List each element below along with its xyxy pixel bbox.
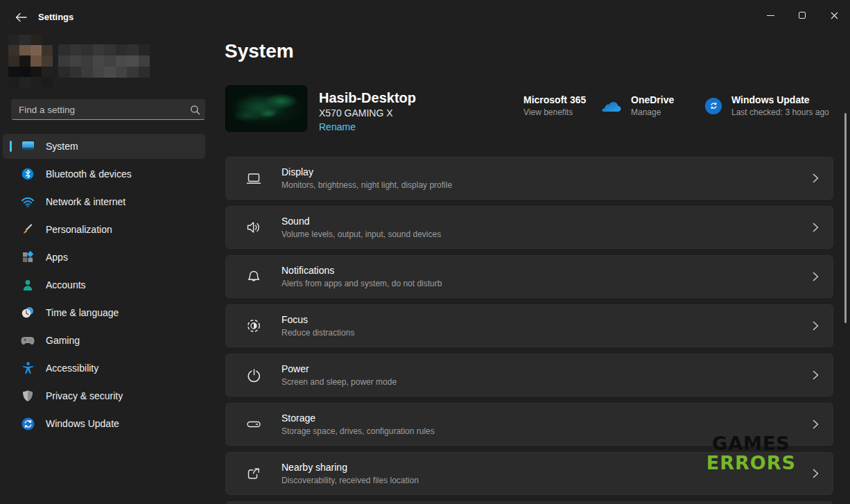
row-focus[interactable]: Focus Reduce distractions (225, 304, 833, 347)
sidebar-item-label: Time & language (46, 307, 119, 318)
close-icon (831, 12, 838, 19)
sidebar-item-system[interactable]: System (3, 134, 205, 159)
onedrive-card[interactable]: OneDrive Manage (602, 94, 674, 117)
row-subtitle: Volume levels, output, input, sound devi… (281, 229, 441, 239)
focus-icon (245, 318, 262, 334)
gamepad-icon (21, 333, 35, 347)
row-title: Focus (281, 314, 354, 325)
chevron-right-icon (813, 173, 819, 183)
accessibility-person-icon (21, 361, 35, 375)
sidebar-item-apps[interactable]: Apps (3, 245, 205, 270)
sound-icon (245, 219, 262, 236)
apps-icon (21, 250, 35, 264)
sidebar-item-label: Personalization (46, 224, 112, 235)
microsoft-logo-icon (501, 99, 514, 112)
settings-window: Settings (0, 0, 850, 504)
sidebar-item-accounts[interactable]: Accounts (3, 272, 205, 297)
row-partial-next[interactable] (225, 501, 833, 504)
device-name: Hasib-Desktop (319, 90, 416, 106)
row-title: Nearby sharing (281, 462, 419, 473)
chevron-right-icon (813, 469, 819, 478)
sidebar-item-label: Apps (46, 252, 68, 263)
system-icon (21, 139, 35, 153)
search-icon[interactable] (185, 105, 205, 115)
row-subtitle: Monitors, brightness, night light, displ… (281, 180, 452, 190)
search-box[interactable] (11, 99, 205, 120)
sidebar-item-label: Gaming (46, 335, 80, 346)
row-title: Sound (281, 216, 441, 227)
sidebar-item-label: Windows Update (46, 418, 119, 429)
row-title: Storage (281, 412, 435, 424)
microsoft-365-card[interactable]: Microsoft 365 View benefits (501, 94, 586, 117)
power-icon (245, 367, 262, 383)
row-sound[interactable]: Sound Volume levels, output, input, soun… (225, 206, 833, 249)
sidebar-item-privacy-security[interactable]: Privacy & security (3, 383, 205, 408)
sidebar-item-personalization[interactable]: Personalization (3, 217, 205, 242)
bell-icon (245, 268, 262, 285)
scrollbar[interactable] (844, 113, 847, 323)
card-subtitle: Last checked: 3 hours ago (731, 107, 829, 117)
sidebar-nav: System Bluetooth & devices (3, 134, 205, 439)
sidebar-item-label: Privacy & security (46, 390, 123, 401)
device-model: X570 GAMING X (319, 107, 393, 119)
sidebar-item-network-internet[interactable]: Network & internet (3, 189, 205, 214)
sidebar-item-label: Network & internet (46, 196, 125, 207)
sidebar-item-time-language[interactable]: Time & language (3, 300, 205, 325)
nearby-sharing-icon (245, 465, 262, 482)
card-title: Microsoft 365 (523, 94, 586, 105)
chevron-right-icon (813, 419, 819, 429)
app-title: Settings (38, 12, 73, 22)
row-subtitle: Alerts from apps and system, do not dist… (281, 279, 442, 288)
sidebar-item-gaming[interactable]: Gaming (3, 328, 205, 353)
storage-drive-icon (245, 416, 262, 433)
windows-update-icon (21, 417, 35, 431)
row-subtitle: Storage space, drives, configuration rul… (281, 426, 435, 436)
close-button[interactable] (818, 0, 850, 31)
device-wallpaper-thumbnail (225, 85, 307, 132)
user-avatar[interactable] (8, 35, 53, 87)
back-arrow-icon (15, 12, 27, 22)
sidebar-item-label: Bluetooth & devices (46, 168, 132, 180)
paintbrush-icon (21, 223, 35, 236)
sidebar-item-windows-update[interactable]: Windows Update (3, 411, 205, 436)
card-subtitle: View benefits (523, 107, 586, 117)
windows-update-card[interactable]: Windows Update Last checked: 3 hours ago (705, 94, 829, 117)
watermark-line1: GAMES (706, 434, 796, 453)
titlebar: Settings (0, 0, 850, 33)
sidebar-item-label: Accessibility (46, 363, 98, 374)
rename-link[interactable]: Rename (319, 121, 356, 132)
row-title: Power (281, 363, 397, 374)
sidebar-item-accessibility[interactable]: Accessibility (3, 356, 205, 381)
row-subtitle: Screen and sleep, power mode (281, 377, 397, 387)
clock-icon (21, 306, 35, 320)
watermark-line2: ERRORS (706, 453, 796, 473)
minimize-icon (767, 15, 774, 16)
search-input[interactable] (12, 105, 185, 115)
page-title: System (225, 40, 294, 62)
accounts-icon (21, 278, 35, 292)
row-display[interactable]: Display Monitors, brightness, night ligh… (225, 157, 833, 200)
card-subtitle: Manage (631, 107, 674, 117)
row-power[interactable]: Power Screen and sleep, power mode (225, 354, 833, 397)
bluetooth-icon (21, 167, 35, 181)
sidebar-item-label: System (46, 141, 78, 152)
maximize-button[interactable] (786, 0, 818, 31)
sidebar: System Bluetooth & devices (0, 33, 216, 504)
chevron-right-icon (813, 321, 819, 331)
sidebar-item-label: Accounts (46, 279, 86, 290)
sidebar-item-bluetooth-devices[interactable]: Bluetooth & devices (3, 162, 205, 186)
windows-update-status-icon (705, 98, 722, 114)
onedrive-cloud-icon (602, 100, 621, 112)
row-subtitle: Discoverability, received files location (281, 476, 419, 485)
display-icon (245, 170, 262, 186)
minimize-button[interactable] (754, 0, 786, 31)
wifi-icon (21, 195, 35, 209)
user-name-redacted (58, 44, 150, 78)
back-button[interactable] (10, 9, 32, 26)
shield-icon (21, 389, 35, 403)
card-title: Windows Update (731, 94, 829, 105)
row-notifications[interactable]: Notifications Alerts from apps and syste… (225, 255, 833, 298)
row-title: Notifications (281, 265, 442, 276)
chevron-right-icon (813, 272, 819, 281)
window-controls (754, 0, 850, 31)
